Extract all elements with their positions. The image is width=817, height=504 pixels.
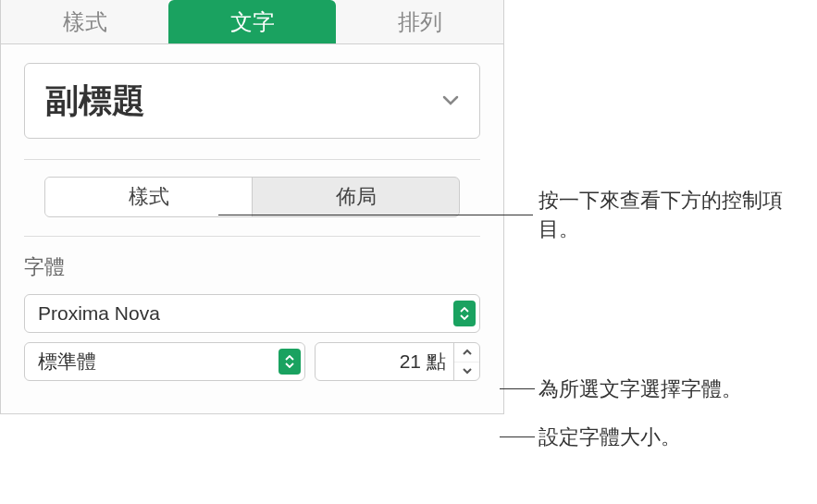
font-family-value: Proxima Nova	[38, 302, 160, 325]
stepper-up[interactable]	[454, 343, 479, 363]
stepper-down[interactable]	[454, 363, 479, 381]
font-size-field[interactable]: 21 點	[315, 342, 480, 381]
style-layout-segmented: 樣式 佈局	[44, 177, 460, 217]
tab-arrange-label: 排列	[398, 7, 442, 37]
tabs: 樣式 文字 排列	[1, 0, 503, 44]
segment-style-label: 樣式	[129, 183, 169, 211]
font-weight-select[interactable]: 標準體	[24, 342, 305, 381]
callout-line	[218, 215, 533, 215]
callout-set-size: 設定字體大小。	[538, 424, 681, 452]
divider	[24, 159, 480, 160]
tab-arrange[interactable]: 排列	[336, 0, 503, 43]
updown-icon	[279, 349, 301, 375]
font-section-label: 字體	[24, 253, 480, 281]
tab-text[interactable]: 文字	[168, 0, 336, 43]
callout-line	[500, 388, 535, 389]
tab-style[interactable]: 樣式	[1, 0, 168, 43]
segment-layout[interactable]: 佈局	[253, 178, 459, 216]
font-size-stepper	[453, 343, 479, 380]
callout-line	[500, 436, 535, 437]
panel-content: 副標題 樣式 佈局 字體 Proxima Nova	[1, 44, 503, 413]
segment-style[interactable]: 樣式	[45, 178, 253, 216]
font-weight-value: 標準體	[38, 349, 96, 375]
segment-layout-label: 佈局	[336, 183, 377, 211]
tab-text-label: 文字	[230, 7, 275, 37]
divider	[24, 236, 480, 237]
paragraph-style-dropdown[interactable]: 副標題	[24, 63, 480, 139]
paragraph-style-label: 副標題	[45, 79, 145, 124]
tab-style-label: 樣式	[63, 7, 107, 37]
font-family-select[interactable]: Proxima Nova	[24, 294, 480, 333]
updown-icon	[453, 301, 476, 326]
callout-choose-font: 為所選文字選擇字體。	[538, 375, 742, 404]
font-size-value: 21	[316, 350, 427, 373]
chevron-down-icon	[442, 92, 459, 109]
callout-click-controls: 按一下來查看下方的控制項目。	[538, 187, 798, 244]
font-size-unit: 點	[427, 349, 453, 375]
format-panel: 樣式 文字 排列 副標題 樣式 佈局 字體 Pr	[0, 0, 504, 414]
